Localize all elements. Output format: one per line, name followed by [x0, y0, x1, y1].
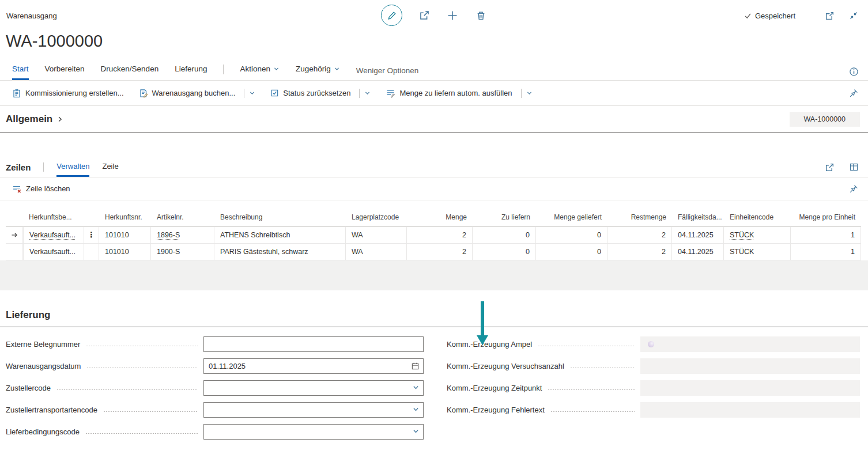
tab-vorbereiten[interactable]: Vorbereiten — [45, 65, 85, 80]
info-button[interactable] — [847, 67, 860, 80]
page-caption: Warenausgang — [6, 12, 57, 20]
lieferbedingungscode-select[interactable] — [203, 424, 424, 440]
dotted-leader — [548, 389, 635, 391]
chevron-down-icon[interactable] — [364, 90, 371, 96]
popout-button[interactable] — [823, 9, 836, 22]
chevron-right-icon — [56, 116, 63, 123]
chevron-down-icon[interactable] — [526, 90, 533, 96]
cell-qty-shipped[interactable]: 0 — [536, 244, 607, 260]
cell-uom[interactable]: STÜCK — [724, 244, 791, 260]
delete-button[interactable] — [474, 9, 487, 22]
cell-bin-code[interactable]: WA — [346, 244, 407, 260]
col-menge-pro-einheit[interactable]: Menge pro Einheit — [791, 213, 861, 227]
collapse-button[interactable] — [847, 9, 860, 22]
edit-button[interactable] — [381, 5, 402, 26]
top-command-bar: Warenausgang — [0, 0, 868, 29]
cell-item-no[interactable]: 1896-S — [151, 227, 214, 244]
tab-drucken-senden[interactable]: Drucken/Senden — [101, 65, 159, 80]
cell-due-date[interactable]: 04.11.2025 — [672, 227, 724, 244]
cell-source-no[interactable]: 101010 — [99, 244, 151, 260]
cell-qty-per-uom[interactable]: 1 — [791, 227, 861, 244]
trash-icon — [476, 10, 486, 21]
cell-qty-shipped[interactable]: 0 — [536, 227, 607, 244]
cell-qty-to-ship[interactable]: 0 — [473, 244, 536, 260]
cell-description[interactable]: ATHENS Schreibtisch — [214, 227, 346, 244]
warenausgangsdatum-input[interactable] — [203, 358, 424, 374]
calendar-icon[interactable] — [411, 362, 420, 370]
col-beschreibung[interactable]: Beschreibung — [214, 213, 346, 227]
autofill-qty-action[interactable]: Menge zu liefern autom. ausfüllen — [386, 89, 532, 98]
autofill-qty-label: Menge zu liefern autom. ausfüllen — [399, 89, 512, 97]
split-control — [244, 89, 255, 98]
row-selector[interactable] — [6, 227, 23, 244]
reset-status-action[interactable]: Status zurücksetzen — [270, 89, 371, 98]
command-icons — [381, 5, 487, 26]
row-selector[interactable] — [6, 244, 23, 260]
pin-lines-button[interactable] — [847, 183, 860, 195]
row-menu-button[interactable] — [84, 244, 99, 260]
komm-erzeugung-zeitpunkt-field — [640, 380, 860, 396]
cell-uom[interactable]: STÜCK — [724, 227, 791, 244]
zustellertransportartencode-select[interactable] — [203, 402, 424, 418]
chevron-down-icon[interactable] — [412, 427, 420, 435]
lines-title: Zeilen — [6, 162, 31, 177]
open-in-excel-button[interactable] — [847, 161, 860, 173]
col-faelligkeitsdatum[interactable]: Fälligkeitsda... — [672, 213, 724, 227]
lines-part-header: Zeilen Verwalten Zeile — [0, 157, 868, 177]
cell-qty-per-uom[interactable]: 1 — [791, 244, 861, 260]
chevron-down-icon[interactable] — [412, 406, 420, 413]
field-komm-erzeugung-fehlertext: Komm.-Erzeugung Fehlertext — [447, 402, 860, 418]
delete-line-action[interactable]: Zeile löschen — [12, 184, 70, 194]
cell-bin-code[interactable]: WA — [346, 227, 407, 244]
row-menu-button[interactable]: ⋮ — [84, 227, 99, 244]
cell-qty-outstanding[interactable]: 2 — [607, 244, 672, 260]
share-button[interactable] — [418, 9, 431, 22]
tab-lieferung[interactable]: Lieferung — [175, 65, 207, 80]
menu-aktionen[interactable]: Aktionen — [240, 65, 280, 80]
col-lagerplatzcode[interactable]: Lagerplatzcode — [346, 213, 407, 227]
post-shipment-action[interactable]: Warenausgang buchen... — [139, 89, 256, 98]
col-herkunftsbe[interactable]: Herkunftsbe... — [23, 213, 84, 227]
menu-zugehoerig[interactable]: Zugehörig — [296, 65, 340, 80]
fewer-options-toggle[interactable]: Weniger Optionen — [356, 66, 419, 80]
tab-start[interactable]: Start — [12, 65, 29, 80]
table-row: Verkaufsauft... ⋮ 101010 1896-S ATHENS S… — [6, 227, 861, 244]
col-einheitencode[interactable]: Einheitencode — [724, 213, 791, 227]
plus-icon — [447, 10, 458, 21]
pin-actionbar-button[interactable] — [847, 87, 860, 100]
cell-qty-to-ship[interactable]: 0 — [473, 227, 536, 244]
create-pick-action[interactable]: Kommissionierung erstellen... — [12, 89, 124, 98]
cell-qty-outstanding[interactable]: 2 — [607, 227, 672, 244]
dotted-leader — [570, 367, 635, 369]
general-section-header[interactable]: Allgemein — [6, 113, 63, 125]
col-herkunftsnr[interactable]: Herkunftsnr. — [99, 213, 151, 227]
cell-qty[interactable]: 2 — [407, 244, 473, 260]
col-restmenge[interactable]: Restmenge — [607, 213, 672, 227]
reset-status-icon — [270, 89, 279, 97]
new-button[interactable] — [446, 9, 459, 22]
externe-belegnummer-input[interactable] — [203, 336, 424, 352]
chevron-down-icon[interactable] — [249, 90, 255, 96]
field-komm-erzeugung-versuchsanzahl: Komm.-Erzeugung Versuchsanzahl — [447, 358, 860, 374]
komm-erzeugung-versuchsanzahl-field — [640, 358, 860, 374]
cell-item-no[interactable]: 1900-S — [151, 244, 214, 260]
col-menge-geliefert[interactable]: Menge geliefert — [536, 213, 607, 227]
cell-source-no[interactable]: 101010 — [99, 227, 151, 244]
cell-source-type[interactable]: Verkaufsauft... — [23, 227, 84, 244]
chevron-down-icon[interactable] — [412, 384, 420, 391]
col-artikelnr[interactable]: Artikelnr. — [151, 213, 214, 227]
cell-qty[interactable]: 2 — [407, 227, 473, 244]
col-menge[interactable]: Menge — [407, 213, 473, 227]
cell-due-date[interactable]: 04.11.2025 — [672, 244, 724, 260]
fasttab-lieferung[interactable]: Lieferung — [0, 310, 868, 327]
zustellercode-select[interactable] — [203, 380, 424, 396]
cell-source-type[interactable]: Verkaufsauft... — [23, 244, 84, 260]
arrow-shaft — [481, 301, 484, 336]
dotted-leader — [86, 367, 198, 369]
lines-share-button[interactable] — [823, 161, 836, 173]
lines-tab-verwalten[interactable]: Verwalten — [56, 162, 89, 177]
split-control — [359, 89, 371, 98]
cell-description[interactable]: PARIS Gästestuhl, schwarz — [214, 244, 346, 260]
col-zu-liefern[interactable]: Zu liefern — [473, 213, 536, 227]
lines-tab-zeile[interactable]: Zeile — [102, 162, 118, 177]
